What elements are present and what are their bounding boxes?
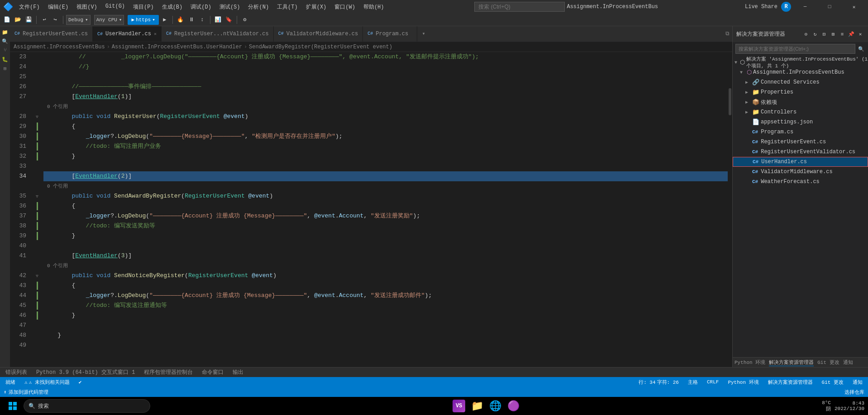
toolbar-save[interactable]: 💾	[24, 15, 33, 25]
toolbar-redo[interactable]: ↪	[50, 15, 60, 25]
status-solution-mgr[interactable]: 解决方案资源管理器	[766, 379, 815, 386]
activity-git[interactable]: ⑂	[1, 46, 9, 54]
panel-props-btn[interactable]: ≡	[838, 30, 846, 38]
tab-4[interactable]: C# Program.cs	[363, 26, 417, 42]
panel-collapse-btn[interactable]: ⊟	[820, 30, 828, 38]
start-button[interactable]	[4, 397, 22, 415]
status-ready[interactable]: 就绪	[4, 377, 17, 387]
activity-extensions[interactable]: ⊞	[1, 64, 9, 72]
panel-close-btn[interactable]: ✕	[856, 30, 864, 38]
split-editor-btn[interactable]: ⧉	[722, 26, 732, 42]
status-encoding[interactable]: CRLF	[705, 379, 720, 385]
minimize-button[interactable]: ─	[795, 0, 816, 14]
status-warnings[interactable]: ✔	[77, 377, 84, 387]
status-notify[interactable]: 通知	[851, 379, 864, 386]
tab-3[interactable]: C# ValidatorMiddleware.cs	[274, 26, 363, 42]
tab-close-1[interactable]: ✕	[154, 31, 157, 37]
tree-item-dependencies[interactable]: ▶ 📦 依赖项	[733, 97, 868, 107]
menu-project[interactable]: 项目(P)	[129, 2, 157, 12]
menu-edit[interactable]: 编辑(E)	[44, 2, 72, 12]
taskbar-app-file-explorer[interactable]: 📁	[469, 398, 485, 414]
collapse-42[interactable]: ▽	[36, 274, 38, 278]
activity-debug[interactable]: 🐛	[1, 55, 9, 63]
tree-item-userhandler[interactable]: C# UserHandler.cs	[733, 157, 868, 167]
solution-search-input[interactable]	[735, 44, 855, 54]
panel-sync-btn[interactable]: ⊙	[802, 30, 810, 38]
toolbar-attach[interactable]: ▶	[160, 15, 170, 25]
breadcrumb-part-1[interactable]: Assignment.InProcessEventBus.UserHandler	[112, 44, 242, 50]
panel-pin-btn[interactable]: 📌	[847, 30, 855, 38]
status-row-col[interactable]: 行: 34 字符: 26	[637, 379, 681, 386]
menu-tools[interactable]: 工具(T)	[273, 2, 301, 12]
tree-item-properties[interactable]: ▶ 📁 Properties	[733, 87, 868, 97]
menu-debug[interactable]: 调试(D)	[187, 2, 215, 12]
status-errors[interactable]: ⚠ ⚠ 未找到相关问题	[23, 377, 72, 387]
solution-root[interactable]: ▼ ⬡ 解决方案 'Assignment.InProcessEventBus' …	[733, 57, 868, 67]
menu-analyze[interactable]: 分析(N)	[244, 2, 272, 12]
menu-file[interactable]: 文件(F)	[15, 2, 43, 12]
status-git-changes[interactable]: Git 更改	[820, 379, 845, 386]
add-source-btn[interactable]: ⬆ 添加到源代码管理	[4, 389, 48, 396]
notify-tab[interactable]: 通知	[843, 359, 853, 366]
taskbar-app-edge[interactable]: 🌐	[487, 398, 503, 414]
debug-config-dropdown[interactable]: Debug ▾	[66, 15, 91, 25]
breadcrumb-part-2[interactable]: SendAwardByRegister(RegisterUserEvent ev…	[249, 44, 392, 50]
select-repo-label[interactable]: 选择仓库	[844, 389, 864, 396]
tree-item-connected-services[interactable]: ▶ 🔗 Connected Services	[733, 77, 868, 87]
python-env-tab[interactable]: Python 环境	[734, 359, 765, 366]
toolbar-profiler[interactable]: 📊	[213, 15, 223, 25]
toolbar-bookmark[interactable]: 🔖	[224, 15, 234, 25]
menu-extensions[interactable]: 扩展(X)	[302, 2, 330, 12]
menu-git[interactable]: Git(G)	[102, 2, 129, 12]
tree-item-weather[interactable]: C# WeatherForecast.cs	[733, 177, 868, 187]
toolbar-step[interactable]: ↕	[197, 15, 207, 25]
collapse-35[interactable]: ▽	[36, 194, 38, 199]
search-icon-btn[interactable]: 🔍	[857, 45, 865, 53]
git-changes-tab[interactable]: Git 更改	[817, 359, 839, 366]
menu-test[interactable]: 测试(S)	[216, 2, 244, 12]
panel-filter-btn[interactable]: ⊞	[829, 30, 837, 38]
taskbar-search-box[interactable]: 🔍 搜索	[24, 399, 150, 413]
toolbar-new[interactable]: 📄	[2, 15, 12, 25]
activity-explorer[interactable]: 📁	[1, 28, 9, 36]
errors-tab[interactable]: 错误列表	[4, 368, 29, 377]
tree-item-register-event[interactable]: C# RegisterUserEvent.cs	[733, 137, 868, 147]
output-tab[interactable]: 输出	[231, 368, 245, 377]
tab-2[interactable]: C# RegisterUser...ntValidator.cs	[162, 26, 274, 42]
toolbar-extra[interactable]: ⚙	[240, 15, 250, 25]
tab-1[interactable]: C# UserHandler.cs ✕	[93, 26, 162, 42]
toolbar-hot-reload[interactable]: 🔥	[176, 15, 186, 25]
activity-search[interactable]: 🔍	[1, 37, 9, 45]
menu-build[interactable]: 生成(B)	[158, 2, 186, 12]
tree-item-program[interactable]: C# Program.cs	[733, 127, 868, 137]
close-button[interactable]: ✕	[844, 0, 864, 14]
package-mgr-tab[interactable]: 程序包管理器控制台	[142, 368, 195, 377]
command-window-tab[interactable]: 命令窗口	[200, 368, 225, 377]
panel-refresh-btn[interactable]: ↻	[811, 30, 819, 38]
toolbar-breakpoint[interactable]: ⏸	[186, 15, 196, 25]
global-search-input[interactable]	[474, 2, 565, 12]
live-share-button[interactable]: Live Share	[745, 4, 777, 10]
tab-overflow-btn[interactable]: ▾	[417, 26, 430, 42]
solution-mgr-tab[interactable]: 解决方案资源管理器	[769, 359, 814, 366]
menu-view[interactable]: 视图(V)	[73, 2, 101, 12]
toolbar-undo[interactable]: ↩	[39, 15, 49, 25]
menu-help[interactable]: 帮助(H)	[360, 2, 388, 12]
python-interactive-tab[interactable]: Python 3.9 (64-bit) 交互式窗口 1	[34, 368, 137, 377]
breadcrumb-part-0[interactable]: Assignment.InProcessEventBus	[14, 44, 105, 50]
toolbar-open[interactable]: 📂	[13, 15, 23, 25]
tree-item-register-validator[interactable]: C# RegisterUserEventValidator.cs	[733, 147, 868, 157]
status-python-env[interactable]: Python 环境	[726, 379, 760, 386]
scrollbar-thumb[interactable]	[729, 88, 731, 115]
taskbar-app-vs[interactable]: VS	[451, 398, 467, 414]
tab-0[interactable]: C# RegisterUserEvent.cs	[10, 26, 93, 42]
vertical-scrollbar[interactable]	[728, 52, 732, 367]
status-spaces[interactable]: 主格	[686, 379, 700, 386]
taskbar-app-office[interactable]: 🟣	[505, 398, 521, 414]
menu-window[interactable]: 窗口(W)	[331, 2, 359, 12]
tree-item-appsettings[interactable]: 📄 appsettings.json	[733, 117, 868, 127]
tree-item-validator-middleware[interactable]: C# ValidatorMiddleware.cs	[733, 167, 868, 177]
code-content[interactable]: // _logger?.LogDebug("————————{Account} …	[42, 52, 728, 367]
collapse-28[interactable]: ▽	[36, 114, 38, 119]
maximize-button[interactable]: □	[819, 0, 840, 14]
